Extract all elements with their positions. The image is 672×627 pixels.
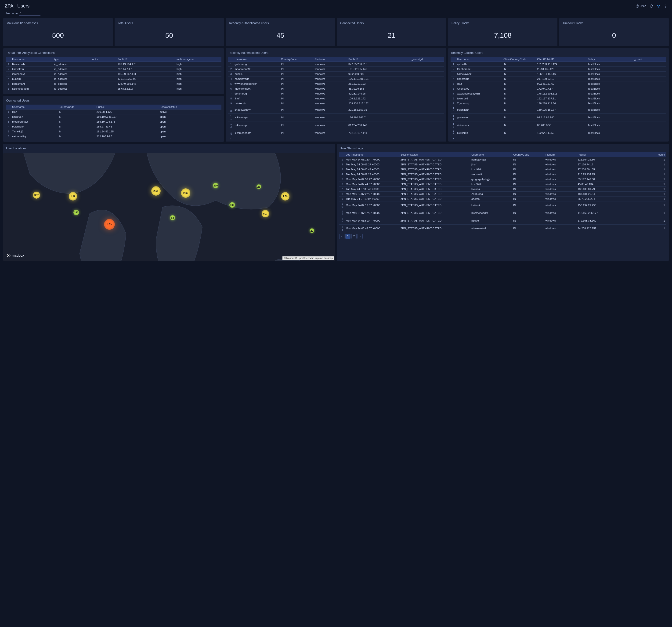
table-row[interactable]: 7wwwanarcosayo8hIN178.162.203.116Test Bl… [451, 91, 666, 96]
map-cluster-bubble[interactable]: 1.1k [69, 192, 77, 201]
table-row[interactable]: 9bukkembINwindows203.134.216.152 [228, 101, 444, 106]
pager-page[interactable]: 1 [345, 234, 351, 239]
table-row[interactable]: 13bukkembIN192.64.11.252Test Block [451, 129, 666, 137]
table-row[interactable]: 10shadowettevhINwindows221.156.157.31 [228, 106, 444, 114]
map-cluster-bubble[interactable]: 105 [230, 202, 235, 208]
map-cluster-bubble[interactable]: 183 [73, 210, 79, 215]
table-row[interactable]: 6moonrenna9tINwindows45.32.79.168 [228, 86, 444, 91]
table-row[interactable]: 4hamejavagzINwindows106.110.201.101 [228, 76, 444, 82]
table-header[interactable]: Username [470, 152, 512, 157]
table-row[interactable]: 14shadowettevhIN186.216.11.210Test Block [451, 137, 666, 139]
table-row[interactable]: 10bulehilen4IN139.195.150.77Test Block [451, 106, 666, 114]
table-row[interactable]: 5jinufIN90.143.151.60Test Block [451, 82, 666, 86]
table-row[interactable]: 2kmc926hIN189.107.145.127open [6, 114, 221, 119]
map-attribution[interactable]: © Mapbox © OpenStreetMap Improve this ma… [283, 256, 334, 260]
table-header[interactable]: SessionStatus [399, 152, 470, 157]
map-cluster-bubble[interactable]: 357 [33, 192, 40, 199]
table-row[interactable]: 5wwwanarcosayo8hINwindows25.16.219.103 [228, 82, 444, 86]
pager-prev[interactable]: ‹ [339, 234, 344, 239]
table-row[interactable]: 6setmanalkqIN212.103.96.6open [6, 134, 221, 139]
table-row[interactable]: 8jinufINwindows109.1.123.142 [228, 96, 444, 101]
table-row[interactable]: 6Cheneyo0IN172.94.17.37Test Block [451, 86, 666, 91]
kpi-card[interactable]: Total Users50 [115, 18, 224, 46]
table-row[interactable]: 14kornopiki9jINwindows47.18.17.114 [228, 137, 444, 139]
table-header[interactable]: ClientPublicIP [536, 57, 586, 62]
kpi-card[interactable]: Connected Users21 [337, 18, 446, 46]
pager-page[interactable]: 2 [352, 234, 357, 239]
map-cluster-bubble[interactable]: 1.5k [281, 192, 289, 201]
table-row[interactable]: 10Mon May 24 07:19:07 +0000ZPN_STATUS_AU… [339, 202, 666, 209]
table-row[interactable]: 12isikinanaycINwindows81.204.236.142 [228, 121, 444, 129]
table-header[interactable]: Policy [586, 57, 632, 62]
table-header[interactable]: _count_di [410, 57, 444, 62]
table-header[interactable]: PublicIP [576, 152, 634, 157]
table-row[interactable]: 3isikinanaycip_address185.29.167.141high [6, 72, 221, 76]
username-filter-input[interactable] [19, 11, 41, 16]
kpi-card[interactable]: Timeout Blocks0 [559, 18, 669, 46]
kpi-card[interactable]: Policy Blocks7,108 [448, 18, 558, 46]
table-row[interactable]: 3moonrenna9tIN189.19.104.178open [6, 119, 221, 124]
table-header[interactable]: type [53, 57, 91, 62]
table-row[interactable]: 11isikinanaycINwindows156.194.166.7 [228, 114, 444, 121]
table-header[interactable]: _count [633, 57, 666, 62]
table-header[interactable]: SessionStatus [158, 104, 221, 110]
more-icon[interactable] [664, 4, 667, 8]
table-row[interactable]: 7gorlerarugINwindows80.232.144.98 [228, 91, 444, 96]
table-row[interactable]: 4bulehilen4IN189.27.31.48open [6, 124, 221, 129]
map-cluster-bubble[interactable]: 4.7k [104, 219, 115, 230]
table-row[interactable]: 3bupciluINwindows90.209.0.209 [228, 72, 444, 76]
table-row[interactable]: 13kissmedeadfnINwindows79.181.127.141 [228, 129, 444, 137]
map-cluster-bubble[interactable]: 2.6k [151, 186, 161, 195]
table-row[interactable]: 2kanystr6nip_address79.144.7.175high [6, 67, 221, 72]
table-row[interactable]: 8Mon May 24 07:27:27 +0000ZPN_STATUS_AUT… [339, 192, 666, 196]
table-row[interactable]: 12Mon May 24 06:50:47 +0000ZPN_STATUS_AU… [339, 217, 666, 225]
table-row[interactable]: 1jinufIN200.28.4.129active [6, 110, 221, 114]
table-header[interactable]: _count [634, 152, 666, 157]
table-header[interactable]: PublicIP [95, 104, 158, 110]
table-header[interactable]: PublicIP [116, 57, 175, 62]
table-header[interactable]: CountryCode [512, 152, 544, 157]
filter-icon[interactable] [656, 4, 660, 8]
table-row[interactable]: 6Mon May 24 07:44:07 +0000ZPN_STATUS_AUT… [339, 182, 666, 187]
table-row[interactable]: 11gorlerarugIN92.115.88.140Test Block [451, 114, 666, 121]
table-row[interactable]: 9Tue May 24 07:19:07 +0000ZPN_STATUS_AUT… [339, 196, 666, 202]
kpi-card[interactable]: Recently Authenticated Users45 [226, 18, 335, 46]
table-row[interactable]: 2Gabhornm9IN25.13.135.126Test Block [451, 67, 666, 72]
table-row[interactable]: 1Rossenwhip_address189.19.104.178high [6, 62, 221, 67]
table-header[interactable]: CountryCode [57, 104, 95, 110]
table-header[interactable]: Platform [313, 57, 347, 62]
table-row[interactable]: 4bupciluip_address179.215.253.99high [6, 76, 221, 82]
map-cluster-bubble[interactable]: 29 [310, 228, 314, 233]
pager-next[interactable]: › [358, 234, 363, 239]
map-cluster-bubble[interactable]: 2.6k [181, 188, 190, 198]
refresh-icon[interactable] [650, 4, 653, 8]
table-header[interactable]: Platform [544, 152, 576, 157]
table-row[interactable]: 3hamejavagzIN156.194.158.165Test Block [451, 72, 666, 76]
table-header[interactable]: Username [233, 57, 280, 62]
table-header[interactable]: LogTimestamp [344, 152, 399, 157]
table-row[interactable]: 4Tue May 24 08:02:27 +0000ZPN_STATUS_AUT… [339, 172, 666, 177]
table-row[interactable]: 9ZgaburoqIN178.218.117.66Test Block [451, 101, 666, 106]
map-cluster-bubble[interactable]: 25 [257, 184, 261, 189]
table-row[interactable]: 5parcanta7jip_address124.49.159.147high [6, 82, 221, 86]
table-row[interactable]: 2Tue May 24 08:07:27 +0000ZPN_STATUS_AUT… [339, 162, 666, 167]
table-row[interactable]: 6kissmedeadfnip_address25.67.52.117high [6, 86, 221, 91]
table-row[interactable]: 5Mon May 24 07:52:27 +0000ZPN_STATUS_AUT… [339, 177, 666, 182]
table-header[interactable]: Username [11, 104, 57, 110]
table-row[interactable]: 8tawurdo3IN192.167.137.11Test Block [451, 96, 666, 101]
table-header[interactable]: Username [456, 57, 502, 62]
table-row[interactable]: 1gorlerarugINwindows37.195.236.218 [228, 62, 444, 67]
kpi-card[interactable]: Malicious IP Addresses500 [3, 18, 113, 46]
table-row[interactable]: 11Mon May 24 07:17:27 +0000ZPN_STATUS_AU… [339, 209, 666, 217]
table-header[interactable]: Username [11, 57, 53, 62]
map-cluster-bubble[interactable]: 507 [262, 210, 269, 217]
map-cluster-bubble[interactable]: 220 [213, 183, 218, 188]
table-header[interactable]: malicious_con [175, 57, 221, 62]
table-row[interactable]: 4gorlerarugIN217.150.93.10Test Block [451, 76, 666, 82]
table-row[interactable]: 5Tichelioj2IN191.34.57.195open [6, 129, 221, 134]
table-row[interactable]: 1Mon May 24 08:15:47 +0000ZPN_STATUS_AUT… [339, 157, 666, 162]
table-row[interactable]: 12ubiranaesIN83.205.8.58Test Block [451, 121, 666, 129]
table-header[interactable]: PublicIP [347, 57, 410, 62]
table-row[interactable]: 3Tue May 24 08:05:47 +0000ZPN_STATUS_AUT… [339, 167, 666, 172]
table-row[interactable]: 13Mon May 24 06:44:07 +0000ZPN_STATUS_AU… [339, 225, 666, 232]
